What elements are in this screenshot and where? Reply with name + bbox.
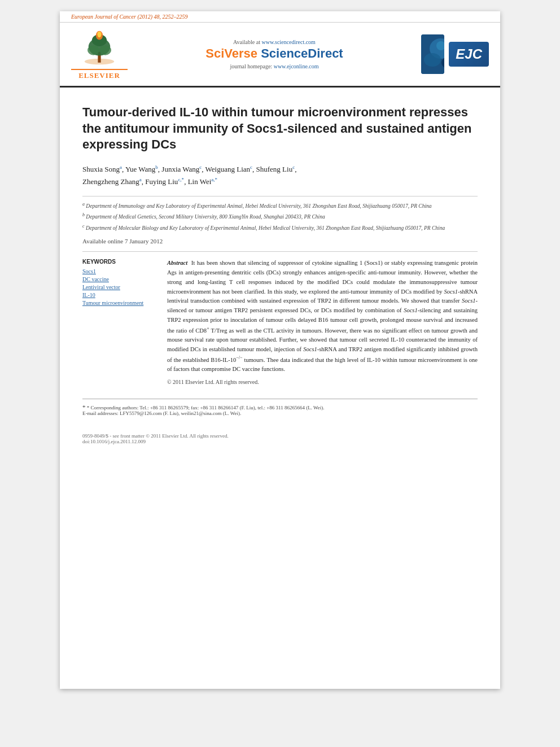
ejc-cover-icon	[421, 34, 444, 74]
ejconline-link[interactable]: www.ejconline.com	[274, 63, 319, 69]
svg-point-4	[99, 45, 111, 55]
keyword-lentiviral-vector[interactable]: Lentiviral vector	[82, 284, 156, 290]
footer-doi: doi:10.1016/j.ejca.2011.12.009	[82, 439, 478, 444]
email-addresses-note: E-mail addresses: LFY5579@126.com (F. Li…	[82, 410, 478, 416]
affiliation-c: c Department of Molecular Biology and Ke…	[82, 223, 478, 232]
journal-ref-text: European Journal of Cancer (2012) 48, 22…	[71, 14, 188, 20]
page-footer: 0959-8049/$ - see front matter © 2011 El…	[60, 433, 500, 450]
svg-point-10	[424, 53, 441, 67]
corresponding-authors-note: * * Corresponding authors: Tel.: +86 311…	[82, 404, 478, 410]
affiliation-b: b Department of Medical Genetics, Second…	[82, 212, 478, 221]
affiliation-a: a Department of Immunology and Key Labor…	[82, 201, 478, 210]
ejc-journal-image	[421, 34, 444, 74]
available-at: Available at www.sciencedirect.com	[128, 39, 421, 45]
ejc-logo: EJC	[421, 34, 489, 74]
journal-reference: European Journal of Cancer (2012) 48, 22…	[60, 11, 500, 23]
ejc-badge: EJC	[449, 42, 489, 67]
available-online: Available online 7 January 2012	[82, 238, 478, 244]
sciverse-title: SciVerse ScienceDirect	[128, 46, 421, 61]
content-section: KEYWORDS Socs1 DC vaccine Lentiviral vec…	[82, 251, 478, 385]
authors: Shuxia Songa, Yue Wangb, Junxia Wangc, W…	[82, 163, 478, 188]
sciencedirect-link[interactable]: www.sciencedirect.com	[261, 39, 315, 45]
sciverse-block: Available at www.sciencedirect.com SciVe…	[128, 39, 421, 69]
svg-point-7	[98, 32, 102, 38]
journal-homepage: journal homepage: www.ejconline.com	[128, 63, 421, 69]
svg-point-3	[88, 45, 99, 55]
abstract-label: Abstract	[167, 260, 187, 266]
elsevier-tree-icon	[80, 28, 119, 68]
elsevier-logo: ELSEVIER	[71, 28, 128, 80]
keyword-socs1[interactable]: Socs1	[82, 268, 156, 274]
copyright: © 2011 Elsevier Ltd. All rights reserved…	[167, 379, 478, 385]
keyword-tumour-microenvironment[interactable]: Tumour microenvironment	[82, 300, 156, 306]
article-title: Tumour-derived IL-10 within tumour micro…	[82, 104, 478, 153]
article-body: Tumour-derived IL-10 within tumour micro…	[60, 88, 500, 427]
article-page: European Journal of Cancer (2012) 48, 22…	[60, 11, 500, 689]
abstract-column: Abstract It has been shown that silencin…	[167, 259, 478, 385]
keywords-column: KEYWORDS Socs1 DC vaccine Lentiviral vec…	[82, 259, 156, 385]
keyword-il-10[interactable]: IL-10	[82, 292, 156, 298]
footer-notes: * * Corresponding authors: Tel.: +86 311…	[82, 399, 478, 416]
abstract-text: Abstract It has been shown that silencin…	[167, 259, 478, 374]
affiliations: a Department of Immunology and Key Labor…	[82, 196, 478, 232]
journal-banner: ELSEVIER Available at www.sciencedirect.…	[60, 23, 500, 88]
elsevier-label: ELSEVIER	[71, 69, 128, 80]
keywords-title: KEYWORDS	[82, 259, 156, 265]
keyword-dc-vaccine[interactable]: DC vaccine	[82, 276, 156, 282]
footer-license: 0959-8049/$ - see front matter © 2011 El…	[82, 433, 478, 439]
